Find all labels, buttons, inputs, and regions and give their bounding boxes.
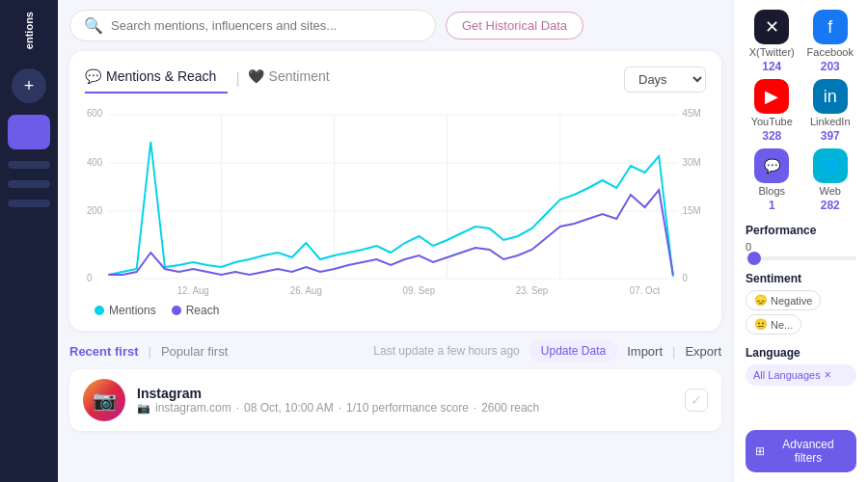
facebook-count: 203 bbox=[821, 60, 840, 73]
post-domain: instagram.com bbox=[155, 401, 231, 415]
instagram-icon: 📷 bbox=[137, 402, 150, 415]
search-bar: 🔍 Get Historical Data bbox=[69, 10, 721, 41]
platform-facebook[interactable]: f Facebook 203 bbox=[804, 10, 857, 73]
svg-text:400: 400 bbox=[87, 157, 103, 168]
svg-text:09. Sep: 09. Sep bbox=[403, 285, 436, 296]
sentiment-negative-pill[interactable]: 😞 Negative bbox=[746, 290, 821, 310]
performance-section: Performance 0 bbox=[746, 220, 856, 260]
svg-text:0: 0 bbox=[683, 273, 689, 283]
svg-text:15M: 15M bbox=[683, 205, 701, 216]
chart-area: 600 400 200 0 45M 30M 15M 0 bbox=[85, 103, 706, 296]
svg-text:23. Sep: 23. Sep bbox=[516, 285, 549, 296]
language-tag-text: All Languages bbox=[753, 369, 821, 381]
blogs-count: 1 bbox=[769, 199, 775, 212]
mentions-dot bbox=[95, 306, 104, 315]
post-card: 📷 Instagram 📷 instagram.com · 08 Oct, 10… bbox=[69, 369, 721, 431]
negative-emoji: 😞 bbox=[754, 294, 768, 307]
sort-separator: | bbox=[149, 344, 151, 359]
post-performance: 1/10 performance score bbox=[346, 401, 469, 415]
search-input-wrap: 🔍 bbox=[69, 10, 436, 41]
sidebar-item-bar-2 bbox=[8, 180, 50, 188]
sidebar: entions + bbox=[0, 0, 58, 482]
linkedin-count: 397 bbox=[821, 129, 840, 143]
youtube-icon: ▶ bbox=[754, 79, 789, 114]
web-count: 282 bbox=[821, 199, 840, 212]
post-reach: 2600 reach bbox=[481, 401, 539, 415]
last-update-text: Last update a few hours ago bbox=[373, 344, 519, 358]
post-meta: 📷 instagram.com · 08 Oct, 10:00 AM · 1/1… bbox=[137, 401, 673, 415]
tab-divider: | bbox=[235, 70, 239, 88]
reach-dot bbox=[172, 306, 181, 315]
platform-youtube[interactable]: ▶ YouTube 328 bbox=[746, 79, 799, 143]
import-button[interactable]: Import bbox=[627, 344, 663, 359]
platform-linkedin[interactable]: in LinkedIn 397 bbox=[804, 79, 857, 143]
svg-text:200: 200 bbox=[87, 205, 103, 216]
performance-slider-thumb[interactable] bbox=[747, 252, 761, 265]
svg-text:07. Oct: 07. Oct bbox=[630, 285, 661, 296]
sentiment-tab-icon: 🖤 bbox=[248, 68, 264, 84]
svg-text:30M: 30M bbox=[683, 157, 701, 168]
sentiment-neutral-pill[interactable]: 😐 Ne... bbox=[746, 314, 801, 335]
sidebar-title: entions bbox=[23, 12, 35, 49]
twitter-count: 124 bbox=[762, 60, 781, 73]
sentiment-label: Sentiment bbox=[746, 272, 856, 285]
twitter-name: X(Twitter) bbox=[749, 46, 795, 58]
sentiment-pills: 😞 Negative 😐 Ne... bbox=[746, 290, 856, 335]
post-content: Instagram 📷 instagram.com · 08 Oct, 10:0… bbox=[137, 386, 673, 415]
chart-tabs: 💬 Mentions & Reach | 🖤 Sentiment Days We… bbox=[85, 65, 706, 94]
neutral-label: Ne... bbox=[771, 319, 793, 331]
platform-twitter[interactable]: ✕ X(Twitter) 124 bbox=[746, 10, 799, 73]
days-select[interactable]: Days Weeks Months bbox=[624, 67, 706, 93]
search-icon: 🔍 bbox=[84, 16, 103, 35]
facebook-name: Facebook bbox=[807, 46, 854, 58]
svg-text:0: 0 bbox=[87, 273, 93, 283]
platform-blogs[interactable]: 💬 Blogs 1 bbox=[746, 148, 799, 212]
recent-first-button[interactable]: Recent first bbox=[69, 344, 139, 359]
tab-sentiment[interactable]: 🖤 Sentiment bbox=[248, 65, 341, 94]
language-section: Language All Languages × bbox=[746, 342, 856, 386]
blogs-name: Blogs bbox=[758, 185, 785, 197]
post-date: 08 Oct, 10:00 AM bbox=[244, 401, 334, 415]
legend-reach: Reach bbox=[172, 304, 220, 317]
blogs-icon: 💬 bbox=[754, 148, 789, 183]
post-name: Instagram bbox=[137, 386, 673, 401]
negative-label: Negative bbox=[771, 295, 812, 307]
advanced-filters-button[interactable]: ⊞ Advanced filters bbox=[746, 430, 856, 472]
language-tag: All Languages × bbox=[746, 364, 856, 386]
sort-bar: Recent first | Popular first Last update… bbox=[69, 340, 721, 362]
sidebar-add-button[interactable]: + bbox=[12, 68, 46, 103]
filters-icon: ⊞ bbox=[755, 444, 765, 458]
export-button[interactable]: Export bbox=[685, 344, 721, 359]
performance-value: 0 bbox=[746, 241, 856, 253]
mentions-tab-icon: 💬 bbox=[85, 68, 101, 84]
platform-web[interactable]: 🌐 Web 282 bbox=[804, 148, 857, 212]
get-historical-button[interactable]: Get Historical Data bbox=[446, 12, 583, 40]
main-content: 🔍 Get Historical Data 💬 Mentions & Reach… bbox=[58, 0, 733, 482]
youtube-name: YouTube bbox=[751, 116, 793, 127]
post-check-button[interactable]: ✓ bbox=[685, 388, 708, 412]
right-panel: ✕ X(Twitter) 124 f Facebook 203 ▶ YouTub… bbox=[733, 0, 868, 482]
sidebar-item-bar bbox=[8, 161, 50, 169]
svg-text:600: 600 bbox=[87, 108, 103, 119]
legend-mentions: Mentions bbox=[95, 304, 156, 317]
chart-svg: 600 400 200 0 45M 30M 15M 0 bbox=[85, 103, 706, 296]
svg-text:26. Aug: 26. Aug bbox=[290, 285, 322, 296]
sidebar-active-item[interactable] bbox=[8, 115, 50, 149]
sidebar-item-bar-3 bbox=[8, 200, 50, 207]
linkedin-icon: in bbox=[813, 79, 848, 114]
platform-grid: ✕ X(Twitter) 124 f Facebook 203 ▶ YouTub… bbox=[746, 10, 856, 212]
language-label: Language bbox=[746, 346, 856, 360]
search-input[interactable] bbox=[111, 18, 421, 33]
svg-text:45M: 45M bbox=[683, 108, 701, 119]
sentiment-section: Sentiment 😞 Negative 😐 Ne... bbox=[746, 268, 856, 335]
facebook-icon: f bbox=[813, 10, 848, 44]
popular-first-button[interactable]: Popular first bbox=[161, 344, 228, 359]
twitter-icon: ✕ bbox=[754, 10, 789, 44]
performance-slider-track bbox=[746, 256, 856, 260]
performance-label: Performance bbox=[746, 224, 856, 237]
update-data-button[interactable]: Update Data bbox=[529, 340, 617, 362]
language-tag-close[interactable]: × bbox=[825, 368, 831, 382]
web-name: Web bbox=[820, 185, 841, 197]
web-icon: 🌐 bbox=[813, 148, 848, 183]
tab-mentions-reach[interactable]: 💬 Mentions & Reach bbox=[85, 65, 228, 94]
